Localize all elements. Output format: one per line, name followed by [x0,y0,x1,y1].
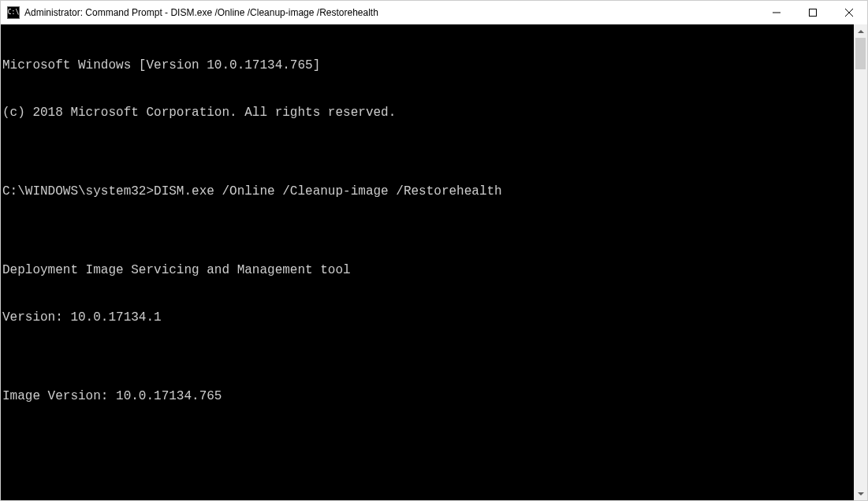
scroll-down-button[interactable] [854,487,867,500]
terminal-line: Image Version: 10.0.17134.765 [2,388,854,404]
terminal-line: C:\WINDOWS\system32>DISM.exe /Online /Cl… [2,184,854,199]
window-title: Administrator: Command Prompt - DISM.exe… [24,7,378,18]
titlebar[interactable]: C:\ Administrator: Command Prompt - DISM… [1,1,867,24]
cmd-icon-text: C:\ [8,9,19,16]
chevron-up-icon [858,30,864,33]
svg-rect-1 [810,9,817,17]
minimize-icon [773,9,780,17]
close-button[interactable] [831,1,867,24]
chevron-down-icon [858,492,864,495]
cmd-icon: C:\ [7,6,20,19]
terminal-line: Deployment Image Servicing and Managemen… [2,262,854,278]
command-prompt-window: C:\ Administrator: Command Prompt - DISM… [0,0,868,501]
maximize-button[interactable] [795,1,831,24]
content-area: Microsoft Windows [Version 10.0.17134.76… [1,24,867,500]
terminal-output[interactable]: Microsoft Windows [Version 10.0.17134.76… [1,24,854,500]
scroll-track[interactable] [854,38,867,487]
vertical-scrollbar[interactable] [854,24,867,500]
terminal-line: (c) 2018 Microsoft Corporation. All righ… [2,105,854,121]
titlebar-left: C:\ Administrator: Command Prompt - DISM… [7,6,378,19]
terminal-line: Microsoft Windows [Version 10.0.17134.76… [2,58,854,73]
scroll-up-button[interactable] [854,24,867,38]
minimize-button[interactable] [758,1,795,24]
close-icon [845,9,853,17]
maximize-icon [809,9,817,17]
terminal-line: Version: 10.0.17134.1 [2,310,854,325]
window-controls [758,1,867,24]
scroll-thumb[interactable] [855,38,866,69]
